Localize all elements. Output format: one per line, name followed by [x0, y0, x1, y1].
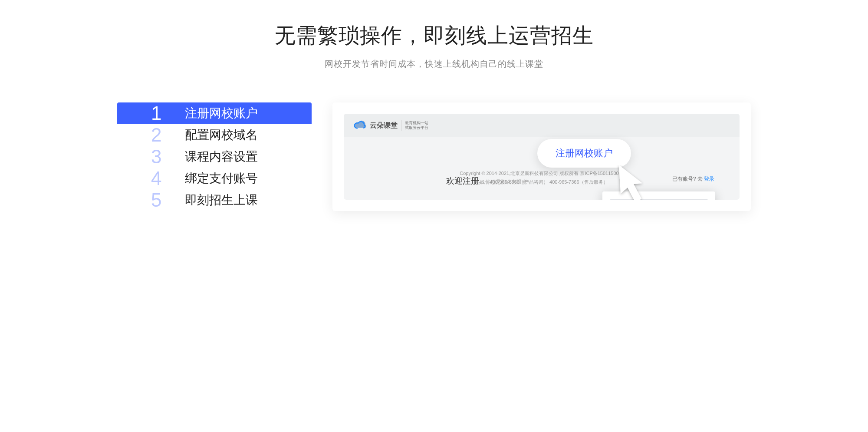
hero-title: 无需繁琐操作，即刻线上运营招生 [0, 22, 868, 49]
cloud-icon [353, 120, 366, 131]
callout-bubble: 注册网校账户 [537, 139, 631, 168]
step-1[interactable]: 1 注册网校账户 [117, 102, 312, 124]
step-number: 2 [151, 124, 185, 146]
hero-subtitle: 网校开发节省时间成本，快速上线机构自己的线上课堂 [0, 58, 868, 70]
step-number: 3 [151, 146, 185, 168]
step-2[interactable]: 2 配置网校域名 [117, 124, 312, 146]
step-5[interactable]: 5 即刻招生上课 [117, 189, 312, 211]
step-label: 注册网校账户 [185, 105, 258, 122]
steps-list: 1 注册网校账户 2 配置网校域名 3 课程内容设置 4 绑定支付账号 5 即刻… [117, 102, 312, 211]
step-label: 即刻招生上课 [185, 192, 258, 208]
preview-header: 云朵课堂 教育机构一站 式服务云平台 [344, 114, 740, 137]
step-label: 绑定支付账号 [185, 170, 258, 187]
preview-logo: 云朵课堂 教育机构一站 式服务云平台 [353, 120, 428, 131]
step-label: 配置网校域名 [185, 127, 258, 143]
logo-subtext: 教育机构一站 式服务云平台 [405, 121, 428, 130]
step-number: 5 [151, 189, 185, 211]
step-3[interactable]: 3 课程内容设置 [117, 146, 312, 168]
preview-footer: Copyright © 2014-2021,北京昱新科技有限公司 版权所有 京I… [344, 169, 740, 187]
step-4[interactable]: 4 绑定支付账号 [117, 168, 312, 189]
step-label: 课程内容设置 [185, 148, 258, 165]
preview-panel: 云朵课堂 教育机构一站 式服务云平台 欢迎注册 你总是那么有眼光~ [332, 102, 751, 211]
hero-header: 无需繁琐操作，即刻线上运营招生 网校开发节省时间成本，快速上线机构自己的线上课堂 [0, 0, 868, 70]
step-number: 4 [151, 168, 185, 189]
logo-text: 云朵课堂 [370, 121, 398, 130]
cursor-arrow-icon [615, 165, 648, 200]
step-number: 1 [151, 102, 185, 124]
